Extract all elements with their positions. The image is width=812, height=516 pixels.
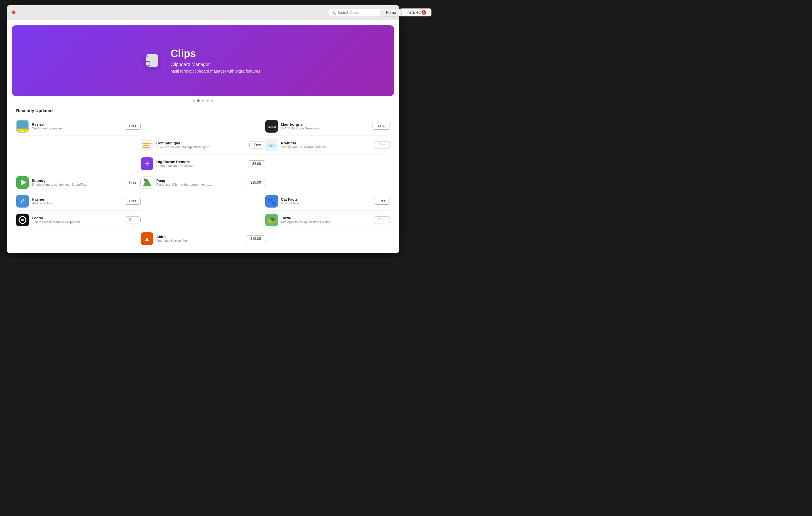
app-btn-catfacts[interactable]: Free [374,198,390,205]
app-info-soundy: Soundy Simple client to control your Sou… [32,178,122,186]
app-icon-bigpurple: ✛ [141,157,153,170]
app-icon-akira: ▲ [141,232,153,245]
app-grid: ▬ Resizer Quickly resize images Free 123… [16,117,390,248]
svg-point-29 [21,219,24,221]
window-controls: × [11,10,16,14]
app-info-hasher: Hasher Hash your files [32,197,122,205]
close-button[interactable]: × [11,10,16,14]
svg-text:🐾: 🐾 [268,198,276,205]
main-content: ^ C Clips Clipboard Manager Multi format… [7,20,399,253]
app-btn-akira[interactable]: $15.00 [246,235,265,242]
recently-updated-section: Recently Updated ▬ Resizer Quickly resiz… [7,105,399,248]
carousel-dot-2[interactable] [197,99,200,102]
app-btn-fondo[interactable]: Free [125,216,141,223]
app-btn-maurborgne[interactable]: $3.00 [373,123,390,130]
list-item: 12398 Maurborgne 2FA TOTP Code Generator… [265,117,390,136]
svg-text:</>: </> [268,143,276,148]
hero-banner[interactable]: ^ C Clips Clipboard Manager Multi format… [12,25,394,96]
app-icon-fondo [16,214,29,226]
app-icon-soundy [16,176,29,189]
app-info-maurborgne: Maurborgne 2FA TOTP Code Generator [281,122,370,130]
svg-text:C: C [146,59,150,67]
app-btn-soundy[interactable]: Free [125,179,141,186]
app-icon-hasher: # [16,195,29,208]
hero-title: Clips [170,48,260,60]
recently-updated-title: Recently Updated [16,108,390,113]
carousel-dot-1[interactable] [193,99,195,102]
app-btn-bigpurple[interactable]: $8.00 [248,160,265,167]
app-window: × Home Installed6 🔍 ⤢ [7,5,399,253]
svg-text:▬: ▬ [21,130,24,132]
carousel-dot-4[interactable] [206,99,209,102]
svg-rect-12 [143,145,149,146]
app-info-communique: Communique RSS Reader with cross-platfor… [156,141,247,149]
hero-text: Clips Clipboard Manager Multi format cli… [170,48,260,73]
hero-subtitle: Clipboard Manager [170,62,260,67]
svg-rect-11 [143,143,152,144]
search-bar[interactable]: 🔍 [328,9,386,16]
list-item: Peeq Postgresql Client with programmer u… [141,173,265,192]
carousel-dot-5[interactable] [211,99,213,102]
app-info-prettifier: Prettifier Prettify your JSON/XML output… [281,141,372,149]
list-item: # Hasher Hash your files Free [16,192,141,211]
list-item: ✛ Big Purple Remote Remote for Roku® dev… [141,154,265,173]
app-icon-resizer: ▬ [16,120,29,132]
svg-text:▲: ▲ [144,235,150,242]
app-icon-prettifier: </> [265,139,278,151]
tab-bar: Home Installed6 [380,8,399,17]
svg-rect-22 [144,178,146,181]
list-item: 🐢 Turtle Add apps to the Applications Me… [265,211,390,230]
hero-app-icon: ^ C [146,54,158,67]
app-info-akira: Akira The Linux Design Tool [156,235,244,242]
app-btn-prettifier[interactable]: Free [374,142,390,148]
svg-text:#: # [21,197,25,205]
carousel-dots [7,96,399,105]
app-icon-turtle: 🐢 [265,214,278,226]
app-btn-communique[interactable]: Free [250,142,265,148]
list-item: Fondo Find the most beautiful wallpapers… [16,211,141,230]
app-btn-peeq[interactable]: $10.00 [246,179,265,186]
svg-rect-13 [143,147,150,148]
app-icon-peeq [141,176,153,189]
search-input[interactable] [337,10,383,15]
list-item: ▲ Akira The Linux Design Tool $15.00 [141,230,265,248]
list-item: Soundy Simple client to control your Sou… [16,173,141,192]
titlebar: × Home Installed6 🔍 ⤢ [7,5,399,20]
svg-text:✛: ✛ [144,160,150,168]
app-icon-communique [141,139,153,151]
app-info-turtle: Turtle Add apps to the Applications Menu [281,216,372,224]
app-icon-maurborgne: 12398 [265,120,278,132]
app-info-bigpurple: Big Purple Remote Remote for Roku® devic… [156,160,246,168]
list-item: 🐾 Cat Facts Find cat facts Free [265,192,390,211]
carousel-dot-3[interactable] [202,99,204,102]
app-info-peeq: Peeq Postgresql Client with programmer u… [156,178,244,186]
list-item: Communique RSS Reader with cross-platfor… [141,136,265,154]
tab-home[interactable]: Home [380,9,399,17]
app-info-resizer: Resizer Quickly resize images [32,122,122,130]
app-info-catfacts: Cat Facts Find cat facts [281,197,372,205]
search-icon: 🔍 [331,10,336,15]
app-btn-resizer[interactable]: Free [125,123,141,130]
app-btn-turtle[interactable]: Free [374,216,390,223]
list-item: ▬ Resizer Quickly resize images Free [16,117,141,136]
app-icon-catfacts: 🐾 [265,195,278,208]
svg-text:🐢: 🐢 [267,216,276,224]
hero-desc: Multi format clipboard manager with extr… [170,69,260,73]
app-btn-hasher[interactable]: Free [125,198,141,205]
svg-text:12398: 12398 [267,125,276,128]
app-info-fondo: Fondo Find the most beautiful wallpapers [32,216,122,224]
svg-rect-5 [17,121,28,128]
list-item: </> Prettifier Prettify your JSON/XML ou… [265,136,390,154]
